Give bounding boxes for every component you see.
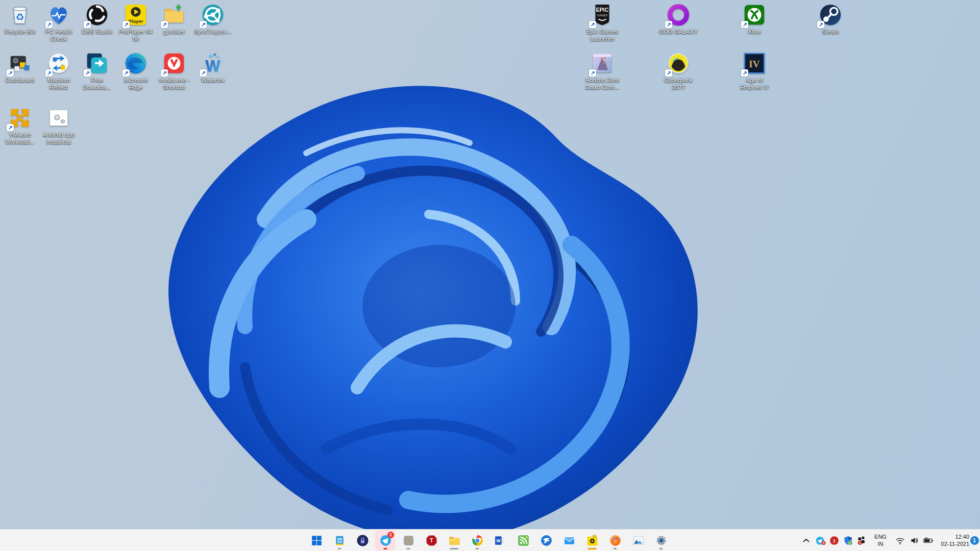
desktop-icon-android-app-install[interactable]: ⚙⚙Android app install.bat <box>39 106 78 145</box>
shortcut-arrow-icon: ↗ <box>84 21 91 28</box>
svg-text:T: T <box>430 538 433 543</box>
taskbar-app-mail[interactable] <box>559 530 579 550</box>
shortcut-arrow-icon: ↗ <box>7 124 14 131</box>
desktop-icon-obs-studio[interactable]: ↗OBS Studio <box>78 3 116 36</box>
settings-icon <box>655 534 668 547</box>
shortcut-arrow-icon: ↗ <box>665 21 672 28</box>
tray-telegram-icon[interactable]: 1 <box>814 530 827 550</box>
file-explorer-icon <box>448 534 461 547</box>
taskbar-app-potplayer[interactable] <box>582 530 602 550</box>
desktop-icon-vmware-workstation[interactable]: ↗VMware Workstati... <box>1 106 39 145</box>
taskbar-app-telegram[interactable]: 1 <box>375 530 396 550</box>
svg-text:⚙: ⚙ <box>60 118 65 126</box>
taskbar-app-firefox[interactable] <box>605 530 625 550</box>
epic-games-launcher-icon: EPICGAMES↗ <box>591 3 614 27</box>
desktop-icon-vivaldi[interactable]: ↗vivaldi.exe - Shortcut <box>155 52 193 91</box>
taskbar-app-thunderbird[interactable] <box>536 530 556 550</box>
svg-text:♻: ♻ <box>15 12 24 23</box>
desktop-icon-label: Dashboard <box>1 77 39 84</box>
desktop-icon-gpodder[interactable]: ↗gpodder <box>155 3 193 36</box>
desktop-icon-label: Microsoft Edge <box>116 77 155 91</box>
vmware-workstation-icon: ↗ <box>8 106 32 130</box>
desktop-icon-pc-health-check[interactable]: ↗PC Health Check <box>39 3 78 42</box>
volume-icon[interactable] <box>908 530 921 550</box>
shortcut-arrow-icon: ↗ <box>7 69 14 77</box>
keepass-icon <box>356 534 369 547</box>
notification-count-badge[interactable]: 1 <box>968 530 980 550</box>
clock[interactable]: 12:40 02-11-2021 <box>937 530 970 550</box>
desktop-icon-potplayer-64[interactable]: Player↗PotPlayer 64 bit <box>116 3 155 42</box>
taskbar-app-settings[interactable] <box>651 530 671 550</box>
desktop-icon-cyberpunk-2077[interactable]: ↗Cyberpunk 2077 <box>652 52 705 91</box>
desktop-icon-label: VMware Workstati... <box>1 132 39 145</box>
hidden-icons-chevron-icon[interactable] <box>799 530 813 550</box>
macrium-reflect-icon: ↗ <box>47 52 70 75</box>
taskbar-app-keepass[interactable] <box>352 530 373 550</box>
running-indicator <box>384 548 387 549</box>
taskbar-app-photos[interactable] <box>628 530 648 550</box>
running-indicator <box>450 548 459 549</box>
desktop-icon-label: OBS Studio <box>78 29 116 36</box>
desktop-icon-label: PotPlayer 64 bit <box>116 29 155 42</box>
taskbar-app-file-explorer[interactable] <box>444 530 464 550</box>
dashboard-icon: ⚙↗ <box>8 52 32 75</box>
desktop-icon-microsoft-edge[interactable]: ↗Microsoft Edge <box>116 52 155 91</box>
desktop-icon-label: Age of Empires IV <box>728 77 781 91</box>
svg-text:Player: Player <box>129 18 143 24</box>
shortcut-arrow-icon: ↗ <box>200 69 207 77</box>
pc-health-check-icon: ↗ <box>47 3 70 27</box>
desktop-icon-recycle-bin[interactable]: ♻Recycle Bin <box>1 3 39 36</box>
taskbar-app-tixati[interactable]: T <box>421 530 442 550</box>
desktop-icon-synctrayzor[interactable]: ↗SyncTrayzor... <box>193 3 232 36</box>
desktop-icon-epic-games-launcher[interactable]: EPICGAMES↗Epic Games Launcher <box>576 3 629 42</box>
tray-app-badge-icon[interactable]: 1 <box>855 530 868 550</box>
battery-charging-icon[interactable] <box>921 530 936 550</box>
mail-icon <box>563 534 576 547</box>
thunderbird-icon <box>540 534 553 547</box>
shortcut-arrow-icon: ↗ <box>84 69 91 77</box>
desktop-icon-gog-galaxy[interactable]: ↗GOG GALAXY <box>652 3 705 36</box>
svg-text:GAMES: GAMES <box>597 14 608 17</box>
shortcut-arrow-icon: ↗ <box>741 69 748 77</box>
word-icon: W <box>494 534 507 547</box>
taskbar-app-rss-reader[interactable] <box>513 530 533 550</box>
desktop-icon-macrium-reflect[interactable]: ↗Macrium Reflect <box>39 52 78 91</box>
start-button[interactable] <box>306 530 327 550</box>
desktop-icon-horizon-zero-dawn[interactable]: ↗Horizon Zero Dawn Com... <box>576 52 629 91</box>
desktop-icon-age-of-empires-iv[interactable]: IV↗Age of Empires IV <box>728 52 781 91</box>
desktop-icon-label: gpodder <box>155 29 193 36</box>
android-app-install-icon: ⚙⚙ <box>47 106 70 130</box>
clock-date: 02-11-2021 <box>937 540 969 547</box>
tray-notification-1-icon[interactable]: 1 <box>827 530 841 550</box>
running-indicator <box>614 548 617 549</box>
desktop-icon-label: Steam <box>804 29 857 36</box>
wifi-icon[interactable] <box>893 530 907 550</box>
desktop-icon-label: Waterfox <box>193 77 232 84</box>
chrome-icon <box>471 534 484 547</box>
desktop-icon-waterfox[interactable]: W↗Waterfox <box>193 52 232 84</box>
notes-app-icon <box>333 534 346 547</box>
shortcut-arrow-icon: ↗ <box>45 69 53 77</box>
desktop-icon-dashboard[interactable]: ⚙↗Dashboard <box>1 52 39 84</box>
taskbar-app-word[interactable]: W <box>490 530 510 550</box>
taskbar-app-notes-app[interactable] <box>329 530 350 550</box>
language-indicator[interactable]: ENG IN <box>869 530 892 550</box>
language-line1: ENG <box>874 533 887 540</box>
desktop-icon-label: Horizon Zero Dawn Com... <box>576 77 629 91</box>
svg-text:EPIC: EPIC <box>596 7 609 13</box>
desktop-icon-xbox[interactable]: ↗Xbox <box>728 3 781 36</box>
taskbar-app-phone-link[interactable] <box>398 530 419 550</box>
desktop-icon-steam[interactable]: ↗Steam <box>804 3 857 36</box>
potplayer-64-icon: Player↗ <box>124 3 148 27</box>
svg-text:⚙: ⚙ <box>13 57 19 65</box>
desktop-icon-free-download-manager[interactable]: ↗Free Downloa... <box>78 52 116 91</box>
shortcut-arrow-icon: ↗ <box>45 21 53 28</box>
potplayer-icon <box>586 534 599 547</box>
horizon-zero-dawn-icon: ↗ <box>591 52 614 75</box>
tray-security-shield-icon[interactable] <box>841 530 854 550</box>
taskbar-app-chrome[interactable] <box>467 530 487 550</box>
desktop-icon-label: Recycle Bin <box>1 29 39 36</box>
notification-count: 1 <box>970 536 979 545</box>
language-line2: IN <box>874 540 887 547</box>
desktop-icon-label: Epic Games Launcher <box>576 29 629 42</box>
